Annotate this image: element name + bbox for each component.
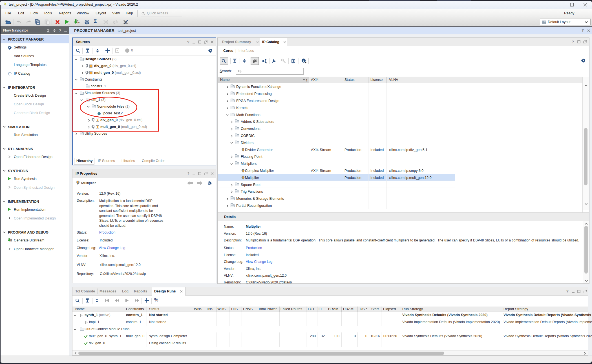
svg-text:1: 1: [306, 79, 308, 82]
svg-text:01: 01: [10, 238, 12, 240]
svg-text:10: 10: [77, 22, 79, 24]
svg-text:10: 10: [10, 240, 12, 242]
svg-text:i: i: [303, 59, 304, 63]
svg-text:01: 01: [77, 19, 79, 21]
svg-text:?: ?: [59, 29, 61, 32]
svg-text:?: ?: [116, 49, 118, 52]
